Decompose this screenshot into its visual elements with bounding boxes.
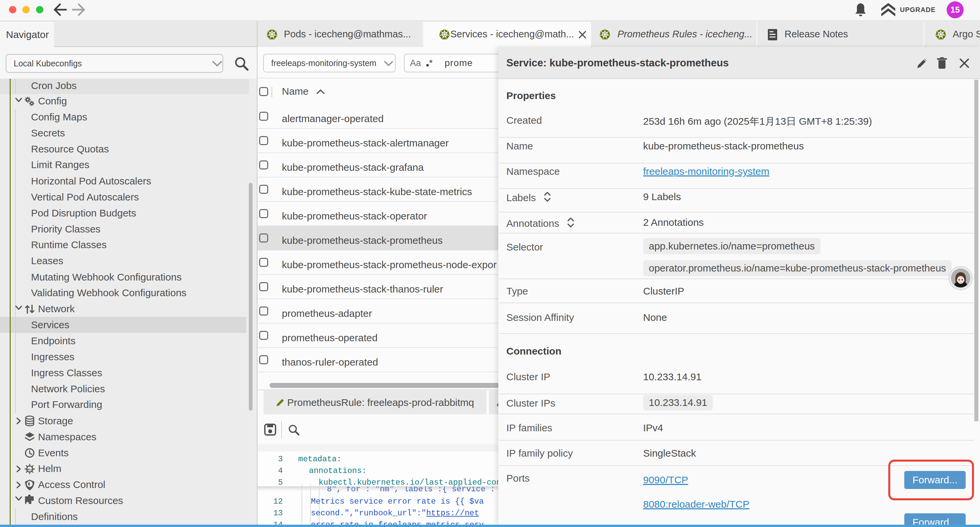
svg-text:HELM: HELM [26,468,34,471]
